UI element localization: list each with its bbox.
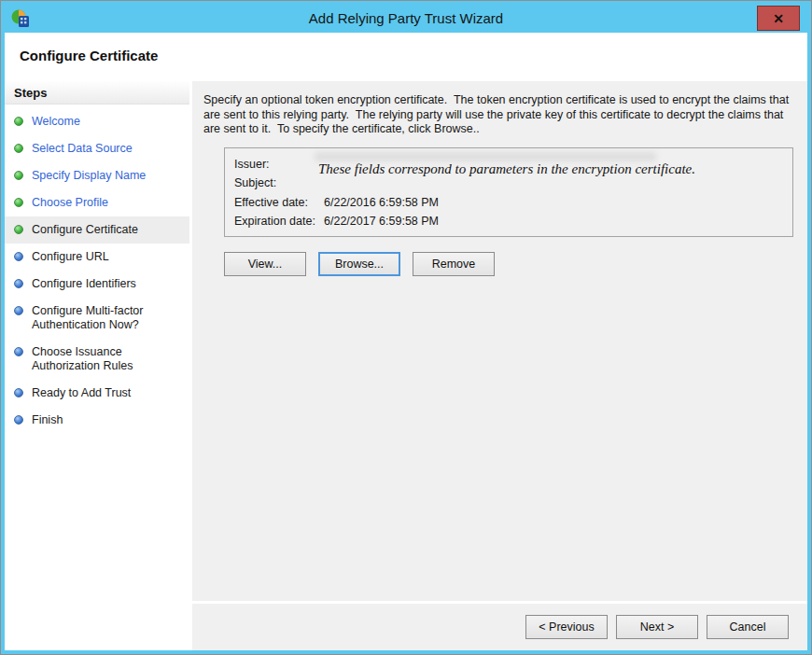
cancel-button[interactable]: Cancel [707, 615, 789, 639]
close-button[interactable]: ✕ [757, 6, 800, 31]
close-icon: ✕ [773, 11, 784, 26]
step-choose-issuance-rules: Choose Issuance Authorization Rules [5, 339, 189, 380]
steps-list: Welcome Select Data Source Specify Displ… [5, 105, 189, 434]
step-description: Specify an optional token encryption cer… [203, 93, 796, 137]
cert-field-expiration-date: Expiration date: 6/22/2017 6:59:58 PM [234, 212, 783, 231]
step-configure-mfa: Configure Multi-factor Authentication No… [5, 298, 189, 339]
step-todo-dot [14, 388, 23, 397]
step-todo-dot [14, 279, 23, 288]
browse-button[interactable]: Browse... [318, 252, 400, 276]
step-done-dot [14, 117, 23, 126]
cert-field-effective-date: Effective date: 6/22/2016 6:59:58 PM [234, 193, 783, 213]
page-title: Configure Certificate [20, 48, 807, 63]
window-title: Add Relying Party Trust Wizard [5, 10, 807, 26]
next-button[interactable]: Next > [616, 615, 698, 639]
step-todo-dot [14, 415, 23, 425]
step-todo-dot [14, 252, 23, 261]
step-done-dot [14, 171, 23, 180]
step-configure-identifiers: Configure Identifiers [5, 271, 189, 298]
wizard-window: Add Relying Party Trust Wizard ✕ Configu… [0, 0, 812, 655]
step-select-data-source: Select Data Source [5, 135, 189, 162]
remove-button[interactable]: Remove [413, 252, 495, 276]
step-todo-dot [14, 306, 23, 315]
previous-button[interactable]: < Previous [525, 615, 608, 639]
step-configure-certificate: Configure Certificate [5, 216, 189, 244]
step-done-dot [14, 198, 23, 207]
step-ready-to-add-trust: Ready to Add Trust [5, 380, 189, 407]
step-todo-dot [14, 347, 23, 356]
step-current-dot [14, 225, 23, 234]
step-specify-display-name: Specify Display Name [5, 162, 189, 189]
page-header: Configure Certificate [5, 33, 807, 81]
wizard-footer: < Previous Next > Cancel [192, 604, 807, 650]
titlebar: Add Relying Party Trust Wizard ✕ [5, 5, 807, 33]
steps-sidebar: Steps Welcome Select Data Source Specify… [5, 81, 189, 650]
step-configure-url: Configure URL [5, 244, 189, 271]
view-button[interactable]: View... [224, 252, 306, 276]
step-done-dot [14, 144, 23, 153]
steps-header: Steps [5, 81, 189, 105]
certificate-actions: View... Browse... Remove [224, 252, 796, 276]
certificate-details-box: Issuer: Subject: Effective date: 6/22/20… [224, 147, 793, 237]
window-body: Configure Certificate Steps Welcome Sele… [5, 33, 807, 650]
step-finish: Finish [5, 407, 189, 434]
handwritten-annotation: These fields correspond to parameters in… [318, 160, 785, 178]
step-welcome: Welcome [5, 108, 189, 135]
step-content-panel: Specify an optional token encryption cer… [192, 81, 807, 601]
step-choose-profile: Choose Profile [5, 189, 189, 216]
